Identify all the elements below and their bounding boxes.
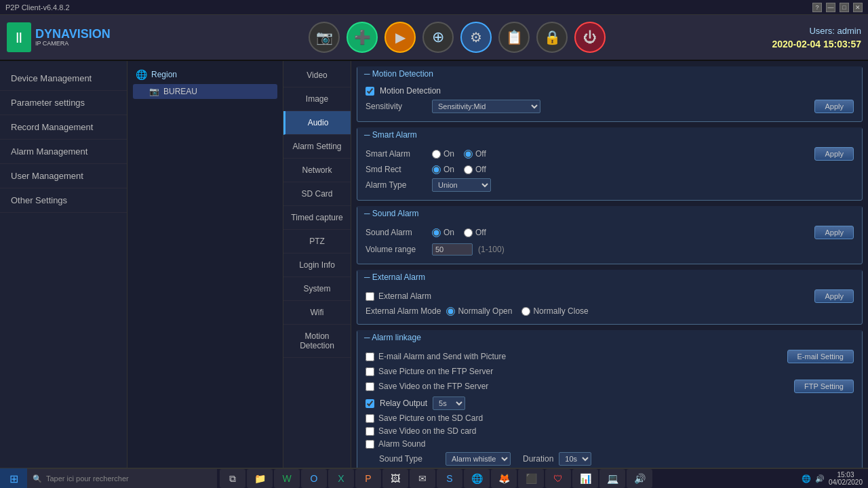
- system-tray: 🌐 🔊 15:03 04/02/2020: [796, 471, 868, 486]
- taskview-button[interactable]: ⧉: [220, 469, 245, 488]
- search-bar[interactable]: 🔍 Taper ici pour rechercher: [27, 469, 217, 488]
- menu-item-image[interactable]: Image: [283, 87, 351, 111]
- sidebar-item-device-management[interactable]: Device Management: [0, 66, 127, 91]
- external-alarm-apply-button[interactable]: Apply: [814, 289, 854, 303]
- menu-item-sd-card[interactable]: SD Card: [283, 182, 351, 206]
- motion-detection-apply-button[interactable]: Apply: [814, 100, 854, 113]
- ftp-video-row: Save Video on the FTP Server: [366, 382, 488, 391]
- ftp-picture-checkbox[interactable]: [366, 367, 374, 376]
- tree-region[interactable]: 🌐 Region: [133, 66, 277, 83]
- normally-open-radio[interactable]: Normally Open: [446, 306, 512, 316]
- external-alarm-mode-row: External Alarm Mode Normally Open Normal…: [366, 306, 854, 316]
- antivirus-button[interactable]: 🛡: [545, 469, 571, 488]
- close-button[interactable]: ✕: [853, 3, 863, 12]
- sd-picture-checkbox[interactable]: [366, 414, 374, 423]
- sound-alarm-off[interactable]: Off: [464, 228, 486, 237]
- firefox-button[interactable]: 🦊: [491, 469, 517, 488]
- sidebar-item-user-management[interactable]: User Management: [0, 164, 127, 188]
- menu-item-audio[interactable]: Audio: [283, 111, 351, 135]
- ftp-setting-button[interactable]: FTP Setting: [794, 380, 854, 393]
- menu-item-video[interactable]: Video: [283, 64, 351, 87]
- maximize-button[interactable]: □: [840, 3, 849, 12]
- config-icon[interactable]: 📋: [498, 22, 530, 53]
- sidebar-item-alarm-management[interactable]: Alarm Management: [0, 140, 127, 164]
- smd-rect-on[interactable]: On: [432, 165, 454, 174]
- menu-item-network[interactable]: Network: [283, 159, 351, 182]
- menu-item-alarm-setting[interactable]: Alarm Setting: [283, 135, 351, 159]
- windows-taskbar: ⊞ 🔍 Taper ici pour rechercher ⧉ 📁 W O X …: [0, 468, 868, 488]
- smd-rect-off[interactable]: Off: [464, 165, 486, 174]
- app3-button[interactable]: 💻: [599, 469, 625, 488]
- external-alarm-mode-label: External Alarm Mode: [366, 306, 441, 316]
- smart-alarm-on[interactable]: On: [432, 149, 454, 159]
- volume-tray-icon: 🔊: [815, 474, 825, 483]
- chrome-button[interactable]: 🌐: [464, 469, 490, 488]
- smart-alarm-apply-button[interactable]: Apply: [814, 147, 854, 161]
- alarm-sound-checkbox[interactable]: [366, 440, 374, 449]
- file-explorer-button[interactable]: 📁: [247, 469, 273, 488]
- clock-time: 15:03: [829, 471, 863, 479]
- outlook-button[interactable]: O: [301, 469, 327, 488]
- ftp-video-checkbox[interactable]: [366, 382, 374, 391]
- photos-button[interactable]: 🖼: [382, 469, 408, 488]
- motion-detection-checkbox[interactable]: [366, 87, 374, 96]
- word-button[interactable]: W: [274, 469, 300, 488]
- email-setting-button[interactable]: E-mail Setting: [787, 350, 854, 363]
- mail-button[interactable]: ✉: [410, 469, 435, 488]
- taskbar-apps: ⧉ 📁 W O X P 🖼 ✉ S 🌐 🦊 ⬛ 🛡 📊 💻 🔊: [217, 469, 796, 488]
- app2-button[interactable]: 📊: [572, 469, 598, 488]
- sidebar-item-other-settings[interactable]: Other Settings: [0, 188, 127, 213]
- system-clock[interactable]: 15:03 04/02/2020: [829, 471, 863, 486]
- tree-child-bureau[interactable]: 📷 BUREAU: [133, 84, 277, 99]
- relay-output-select[interactable]: 1s2s5s10s30s: [433, 396, 465, 410]
- motion-detection-title: ─ Motion Detection: [357, 66, 862, 81]
- settings-icon[interactable]: ⚙: [460, 22, 492, 53]
- alarm-type-select[interactable]: Union Intersection: [432, 178, 491, 192]
- lock-icon[interactable]: 🔒: [536, 22, 568, 53]
- external-alarm-checkbox[interactable]: [366, 292, 374, 301]
- smart-alarm-off[interactable]: Off: [464, 149, 486, 159]
- ptz-icon[interactable]: ⊕: [422, 22, 454, 53]
- skype-button[interactable]: S: [437, 469, 462, 488]
- add-icon[interactable]: ➕: [347, 22, 378, 53]
- camera-icon[interactable]: 📷: [309, 22, 340, 53]
- power-icon[interactable]: ⏻: [574, 22, 606, 53]
- minimize-button[interactable]: —: [826, 3, 835, 12]
- menu-item-wifi[interactable]: Wifi: [283, 301, 351, 325]
- volume-input[interactable]: [432, 243, 473, 256]
- play-icon[interactable]: ▶: [384, 22, 416, 53]
- smart-alarm-row: Smart Alarm On Off Apply: [366, 147, 854, 161]
- powerpoint-button[interactable]: P: [355, 469, 381, 488]
- sound-alarm-on[interactable]: On: [432, 228, 454, 237]
- sound-type-select[interactable]: Alarm whistleAlarm 2Alarm 3: [446, 452, 511, 466]
- help-button[interactable]: ?: [812, 3, 822, 12]
- smart-alarm-body: Smart Alarm On Off Apply Smd R: [357, 143, 862, 200]
- relay-output-row: Relay Output 1s2s5s10s30s: [366, 396, 854, 410]
- ftp-video-label: Save Video on the FTP Server: [378, 382, 488, 391]
- start-button[interactable]: ⊞: [0, 468, 27, 488]
- menu-item-motion-detection[interactable]: Motion Detection: [283, 325, 351, 358]
- sensitivity-select[interactable]: Sensitivity:Mid Sensitivity:Low Sensitiv…: [432, 100, 540, 113]
- duration-select[interactable]: 5s10s15s30s: [559, 452, 591, 466]
- sidebar-item-record-management[interactable]: Record Management: [0, 115, 127, 140]
- normally-closed-radio[interactable]: Normally Close: [521, 306, 588, 316]
- alarm-type-row: Alarm Type Union Intersection: [366, 178, 854, 192]
- menu-item-ptz[interactable]: PTZ: [283, 230, 351, 253]
- speaker-button[interactable]: 🔊: [627, 469, 652, 488]
- terminal-button[interactable]: ⬛: [518, 469, 544, 488]
- sd-picture-label: Save Picture on the SD Card: [378, 413, 483, 423]
- sidebar-item-parameter-settings[interactable]: Parameter settings: [0, 91, 127, 115]
- sd-video-checkbox[interactable]: [366, 427, 374, 436]
- menu-item-system[interactable]: System: [283, 277, 351, 301]
- sound-alarm-apply-button[interactable]: Apply: [814, 226, 854, 239]
- email-alarm-checkbox[interactable]: [366, 352, 374, 361]
- excel-button[interactable]: X: [328, 469, 354, 488]
- sound-alarm-radio-group: On Off: [432, 228, 486, 237]
- menu-item-timed-capture[interactable]: Timed capture: [283, 206, 351, 230]
- external-alarm-label: External Alarm: [378, 291, 431, 301]
- menu-item-login-info[interactable]: Login Info: [283, 253, 351, 277]
- window-controls[interactable]: ? — □ ✕: [812, 3, 863, 12]
- clock-date: 04/02/2020: [829, 479, 863, 486]
- menu-panel: Video Image Audio Alarm Setting Network …: [283, 61, 351, 468]
- relay-output-checkbox[interactable]: [366, 399, 374, 408]
